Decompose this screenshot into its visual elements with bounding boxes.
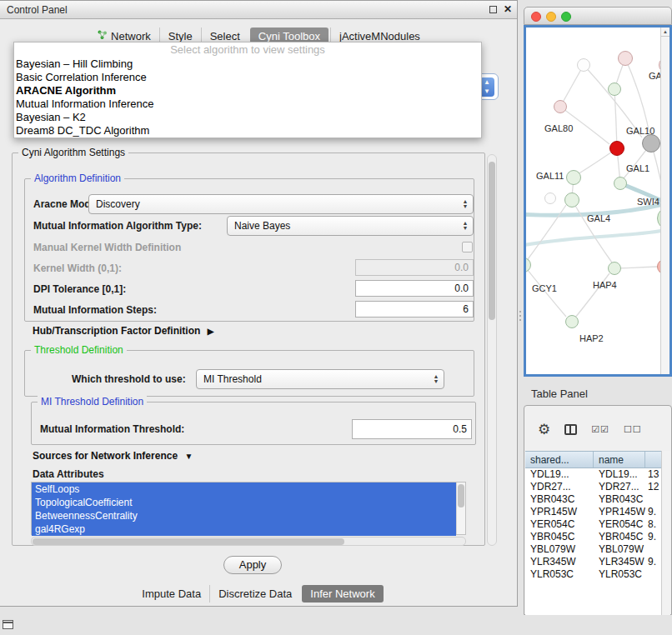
dropdown-item[interactable]: Dream8 DC_TDC Algorithm [14, 124, 481, 138]
scroll-up-arrow-icon[interactable]: ▲ [661, 28, 669, 37]
table-row[interactable]: YLR053CYLR053C [525, 568, 663, 581]
network-node-gal4[interactable] [564, 192, 579, 208]
close-traffic-light[interactable] [531, 12, 541, 22]
kernel-width-field[interactable] [355, 259, 474, 276]
column-header-shared-name[interactable]: shared... [525, 452, 594, 468]
table-row[interactable]: YBL079WYBL079W [525, 543, 663, 556]
node-label: SWI4 [637, 197, 659, 207]
network-window-titlebar[interactable] [524, 7, 672, 25]
which-threshold-combo[interactable]: MI Threshold ▲▼ [196, 369, 444, 389]
attribute-item[interactable]: BetweennessCentrality [32, 509, 456, 522]
table-toolbar: ⚙ ☑☑ ☐☐ [524, 416, 671, 442]
mi-steps-field[interactable] [355, 301, 474, 318]
panel-restore-icon[interactable] [3, 620, 13, 629]
attributes-vertical-scrollbar[interactable] [456, 482, 465, 534]
mi-steps-label: Mutual Information Steps: [33, 304, 157, 316]
float-window-icon[interactable] [489, 6, 497, 13]
column-header-name[interactable]: name [594, 452, 645, 468]
table-vertical-scrollbar[interactable] [661, 451, 670, 615]
network-vertical-scrollbar[interactable]: ▲ [660, 28, 669, 374]
network-canvas[interactable]: GAL8 GAL80 GAL10 GAL11 GAL1 SWI4 GAL4 GC… [526, 28, 660, 374]
mi-algorithm-type-combo[interactable]: Naive Bayes ▲▼ [227, 216, 474, 236]
table-row[interactable]: YPR145WYPR145W9. [525, 506, 663, 518]
sources-toggle[interactable]: Sources for Network Inference ▼ [33, 450, 193, 462]
node-label: GAL11 [536, 171, 564, 181]
algorithm-definition-title: Algorithm Definition [31, 172, 124, 184]
data-attributes-list: SelfLoops TopologicalCoefficient Between… [31, 482, 466, 535]
combo-arrows-icon: ▲▼ [430, 374, 444, 384]
mi-threshold-definition-title: MI Threshold Definition [38, 396, 147, 408]
table-panel-window: ⚙ ☑☑ ☐☐ shared... name YDL19...YDL19...1… [524, 405, 672, 615]
node-label: GAL8 [649, 71, 660, 81]
table-header: shared... name [525, 451, 663, 468]
select-all-checks-icon[interactable]: ☑☑ [591, 424, 609, 435]
table-row[interactable]: YBR045CYBR045C9. [525, 531, 663, 543]
algorithm-definition-frame: Algorithm Definition Aracne Mode: Discov… [24, 178, 474, 322]
panel-splitter[interactable] [518, 305, 523, 327]
dropdown-prompt: Select algorithm to view settings [14, 42, 481, 58]
kernel-width-label: Kernel Width (0,1): [33, 262, 122, 274]
dropdown-item[interactable]: Bayesian – K2 [14, 111, 481, 124]
mi-algorithm-type-label: Mutual Information Algorithm Type: [33, 220, 202, 232]
network-node-gal1[interactable] [614, 177, 627, 190]
table-row[interactable]: YER054CYER054C8. [525, 518, 663, 531]
network-node-hap2[interactable] [565, 315, 579, 328]
network-tab-icon [97, 29, 108, 42]
tab-impute-data[interactable]: Impute Data [133, 585, 209, 602]
network-view-window: GAL8 GAL80 GAL10 GAL11 GAL1 SWI4 GAL4 GC… [524, 7, 672, 377]
hub-tf-definition-toggle[interactable]: Hub/Transcription Factor Definition ▶ [33, 325, 213, 337]
network-node-gal10[interactable] [609, 141, 624, 156]
node-label: GCY1 [532, 283, 557, 293]
dpi-tolerance-label: DPI Tolerance [0,1]: [33, 283, 126, 295]
minimize-traffic-light[interactable] [546, 12, 556, 22]
aracne-mode-combo[interactable]: Discovery ▲▼ [88, 194, 474, 214]
dpi-tolerance-field[interactable] [355, 280, 474, 297]
tab-discretize-data[interactable]: Discretize Data [209, 585, 300, 602]
table-row[interactable]: YDL19...YDL19...13 [525, 468, 663, 481]
node-label: HAP2 [579, 333, 604, 343]
data-attributes-label: Data Attributes [33, 468, 104, 480]
settings-scrollbar[interactable] [487, 154, 497, 546]
network-node-hap4[interactable] [608, 262, 621, 275]
expanded-arrow-icon: ▼ [184, 452, 193, 461]
cyni-algorithm-settings-frame: Cyni Algorithm Settings Algorithm Defini… [12, 152, 485, 546]
attribute-item[interactable]: gal4RGexp [32, 522, 456, 536]
dropdown-item[interactable]: Bayesian – Hill Climbing [14, 58, 481, 71]
manual-kernel-width-checkbox[interactable] [462, 242, 473, 252]
network-node[interactable] [608, 82, 621, 96]
mi-threshold-field[interactable] [352, 419, 472, 439]
apply-button[interactable]: Apply [223, 556, 282, 574]
which-threshold-label: Which threshold to use: [72, 373, 186, 385]
control-panel-titlebar: Control Panel ✕ [0, 1, 517, 19]
table-body: YDL19...YDL19...13 YDR27...YDR27...12 YB… [525, 468, 663, 615]
dropdown-item[interactable]: Basic Correlation Inference [14, 71, 481, 84]
manual-kernel-width-label: Manual Kernel Width Definition [33, 242, 181, 253]
network-node[interactable] [642, 134, 660, 152]
close-icon[interactable]: ✕ [504, 4, 512, 14]
control-panel-title: Control Panel [7, 4, 68, 16]
deselect-all-checks-icon[interactable]: ☐☐ [624, 424, 642, 435]
columns-icon[interactable] [564, 424, 577, 435]
table-row[interactable]: YLR345WYLR345W9. [525, 556, 663, 568]
attribute-item[interactable]: SelfLoops [32, 482, 456, 496]
node-label: GAL4 [587, 213, 610, 223]
network-node[interactable] [544, 192, 556, 204]
network-node[interactable] [577, 58, 590, 72]
gear-icon[interactable]: ⚙ [538, 422, 550, 437]
network-node[interactable] [554, 100, 567, 113]
network-node[interactable] [618, 51, 633, 66]
dropdown-item[interactable]: Mutual Information Inference [14, 98, 481, 111]
network-node-gal11[interactable] [566, 170, 581, 185]
attributes-horizontal-scrollbar[interactable] [31, 537, 466, 546]
table-row[interactable]: YDR27...YDR27...12 [525, 481, 663, 493]
column-header-partial[interactable] [645, 452, 663, 468]
tab-infer-network[interactable]: Infer Network [302, 585, 383, 602]
zoom-traffic-light[interactable] [561, 12, 571, 22]
mi-threshold-label: Mutual Information Threshold: [40, 423, 184, 435]
dropdown-item-selected[interactable]: ARACNE Algorithm [14, 84, 481, 98]
attribute-item[interactable]: TopologicalCoefficient [32, 496, 456, 509]
table-row[interactable]: YBR043CYBR043C [525, 493, 663, 506]
table-panel-label: Table Panel [531, 388, 588, 400]
settings-frame-title: Cyni Algorithm Settings [18, 147, 128, 158]
node-label: GAL1 [626, 163, 649, 173]
